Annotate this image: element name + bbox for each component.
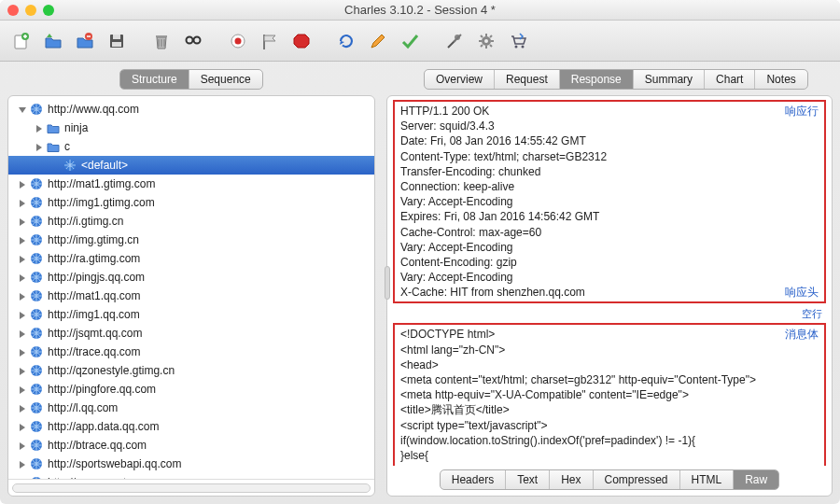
toolbar-new-icon[interactable]	[7, 27, 35, 55]
tree-host-row[interactable]: http://jsqmt.qq.com	[8, 324, 374, 343]
svg-point-8	[194, 36, 201, 43]
tree-host-row[interactable]: http://pingfore.qq.com	[8, 380, 374, 399]
disclosure-right-icon[interactable]	[16, 178, 27, 189]
tab-request[interactable]: Request	[495, 70, 560, 89]
disclosure-right-icon[interactable]	[16, 402, 27, 413]
toolbar-check-icon[interactable]	[396, 27, 424, 55]
disclosure-right-icon[interactable]	[16, 216, 27, 227]
toolbar-save-icon[interactable]	[103, 27, 131, 55]
toolbar-refresh-icon[interactable]	[332, 27, 360, 55]
tree-host-row[interactable]: http://btrace.qq.com	[8, 436, 374, 455]
toolbar-edit-icon[interactable]	[364, 27, 392, 55]
titlebar: Charles 3.10.2 - Session 4 *	[0, 0, 840, 21]
format-tab-raw[interactable]: Raw	[734, 470, 778, 489]
disclosure-right-icon[interactable]	[16, 309, 27, 320]
disclosure-right-icon[interactable]	[16, 328, 27, 339]
disclosure-right-icon[interactable]	[33, 122, 44, 133]
format-tab-text[interactable]: Text	[506, 470, 550, 489]
tab-chart[interactable]: Chart	[705, 70, 755, 89]
tree-folder-row[interactable]: c	[8, 137, 374, 156]
tree-host-label: http://img.gtimg.cn	[48, 233, 139, 246]
tree-folder-row[interactable]: ninja	[8, 119, 374, 137]
globe-icon	[29, 176, 44, 191]
disclosure-right-icon[interactable]	[16, 272, 27, 283]
disclosure-right-icon[interactable]	[16, 253, 27, 264]
disclosure-right-icon[interactable]	[16, 197, 27, 208]
globe-icon	[29, 307, 44, 322]
tree-host-row[interactable]: http://img.gtimg.cn	[8, 231, 374, 249]
tab-overview[interactable]: Overview	[425, 70, 495, 89]
host-tree[interactable]: http://www.qq.comninjac<default>http://m…	[8, 96, 374, 479]
globe-icon	[29, 232, 44, 247]
tree-host-row[interactable]: http://pingjs.qq.com	[8, 268, 374, 287]
toolbar-find-icon[interactable]	[179, 27, 207, 55]
globe-icon	[29, 438, 44, 453]
disclosure-down-icon[interactable]	[16, 104, 27, 115]
tree-host-row[interactable]: http://l.qq.com	[8, 399, 374, 417]
tree-host-row[interactable]: http://mat1.gtimg.com	[8, 175, 374, 193]
disclosure-right-icon[interactable]	[16, 421, 27, 432]
disclosure-right-icon[interactable]	[16, 290, 27, 301]
tree-host-label: http://img1.qq.com	[48, 308, 140, 321]
tree-host-label: http://mat1.qq.com	[48, 289, 140, 302]
svg-point-15	[515, 45, 518, 48]
tab-response[interactable]: Response	[560, 70, 634, 89]
left-panel: Structure Sequence http://www.qq.comninj…	[0, 62, 383, 504]
tree-host-row[interactable]: http://trace.qq.com	[8, 343, 374, 361]
toolbar-tools-icon[interactable]	[441, 27, 469, 55]
tab-sequence[interactable]: Sequence	[189, 70, 262, 89]
format-tab-hex[interactable]: Hex	[550, 470, 593, 489]
tab-summary[interactable]: Summary	[634, 70, 705, 89]
disclosure-right-icon[interactable]	[16, 346, 27, 357]
tree-host-row[interactable]: http://sportswebapi.qq.com	[8, 455, 374, 473]
globe-icon	[29, 102, 44, 117]
format-tab-compressed[interactable]: Compressed	[594, 470, 680, 489]
toolbar-record-icon[interactable]	[224, 27, 252, 55]
toolbar-close-icon[interactable]	[71, 27, 99, 55]
tree-host-row[interactable]: http://i.gtimg.cn	[8, 212, 374, 231]
response-body-text: <!DOCTYPE html> <html lang="zh-CN"> <hea…	[400, 327, 819, 466]
tree-host-row[interactable]: http://mat1.qq.com	[8, 287, 374, 305]
tab-notes[interactable]: Notes	[755, 70, 806, 89]
tree-host-row[interactable]: http://qzonestyle.gtimg.cn	[8, 361, 374, 380]
globe-icon	[29, 251, 44, 266]
disclosure-right-icon[interactable]	[33, 141, 44, 152]
disclosure-right-icon[interactable]	[16, 365, 27, 376]
splitter-handle[interactable]	[379, 264, 396, 301]
disclosure-right-icon[interactable]	[16, 458, 27, 469]
disclosure-right-icon[interactable]	[16, 384, 27, 395]
tree-host-row[interactable]: http://img1.gtimg.com	[8, 193, 374, 212]
disclosure-right-icon[interactable]	[16, 440, 27, 451]
toolbar-cart-icon[interactable]	[504, 27, 532, 55]
disclosure-right-icon[interactable]	[16, 234, 27, 245]
tree-horizontal-scrollbar[interactable]	[8, 479, 374, 496]
toolbar-gear-icon[interactable]	[472, 27, 500, 55]
tree-folder-label: ninja	[64, 121, 88, 134]
tree-selected-row[interactable]: <default>	[8, 156, 374, 175]
toolbar-trash-icon[interactable]	[147, 27, 175, 55]
format-tab-html[interactable]: HTML	[680, 470, 735, 489]
tree-item-label: <default>	[81, 159, 128, 172]
toolbar-flag-icon[interactable]	[256, 27, 284, 55]
tree-host-label: http://app.data.qq.com	[48, 420, 159, 433]
response-headers-box: 响应行 响应头 HTTP/1.1 200 OK Server: squid/3.…	[393, 100, 826, 303]
minimize-window-button[interactable]	[25, 5, 36, 16]
tree-host-row[interactable]: http://www.qq.com	[8, 100, 374, 119]
tree-host-label: http://pingfore.qq.com	[48, 383, 156, 396]
toolbar-open-icon[interactable]	[39, 27, 67, 55]
response-panel: 响应行 响应头 HTTP/1.1 200 OK Server: squid/3.…	[386, 95, 833, 497]
zoom-window-button[interactable]	[43, 5, 54, 16]
response-content[interactable]: 响应行 响应头 HTTP/1.1 200 OK Server: squid/3.…	[387, 96, 832, 466]
toolbar-stop-icon[interactable]	[287, 27, 315, 55]
tree-host-row[interactable]: http://ra.gtimg.com	[8, 249, 374, 268]
globe-icon	[29, 270, 44, 285]
svg-point-14	[484, 39, 488, 43]
tab-structure[interactable]: Structure	[120, 70, 189, 89]
tree-folder-label: c	[64, 140, 70, 153]
folder-icon	[46, 120, 61, 135]
tree-host-row[interactable]: http://app.data.qq.com	[8, 417, 374, 436]
tree-host-row[interactable]: http://img1.qq.com	[8, 305, 374, 324]
format-tab-headers[interactable]: Headers	[441, 470, 506, 489]
toolbar	[0, 21, 840, 62]
close-window-button[interactable]	[7, 5, 19, 16]
